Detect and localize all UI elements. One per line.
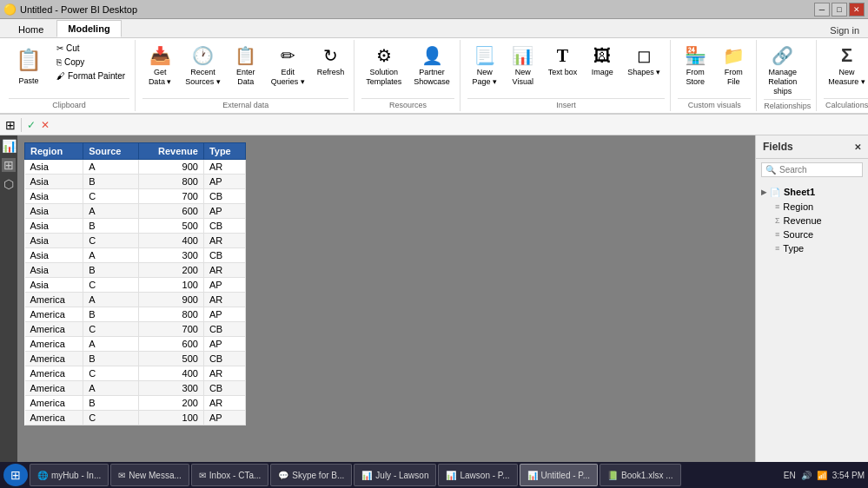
table-cell[interactable]: America [25, 352, 83, 366]
table-cell[interactable]: AP [203, 278, 245, 293]
table-cell[interactable]: AP [203, 204, 245, 219]
field-source[interactable]: ≡ Source [761, 228, 863, 241]
col-header-source[interactable]: Source [83, 143, 139, 160]
table-cell[interactable]: 900 [139, 293, 204, 307]
maximize-button[interactable]: □ [832, 3, 847, 16]
table-cell[interactable]: Asia [25, 234, 83, 248]
data-view-icon[interactable]: ⊞ [2, 158, 16, 172]
table-cell[interactable]: AP [203, 307, 245, 322]
col-header-revenue[interactable]: Revenue [139, 143, 204, 160]
table-cell[interactable]: America [25, 307, 83, 322]
table-cell[interactable]: CB [203, 189, 245, 204]
table-cell[interactable]: 400 [139, 234, 204, 248]
table-cell[interactable]: B [83, 175, 139, 189]
table-cell[interactable]: America [25, 396, 83, 411]
table-cell[interactable]: Asia [25, 263, 83, 278]
col-header-type[interactable]: Type [203, 143, 245, 160]
minimize-button[interactable]: ─ [814, 3, 830, 16]
field-revenue[interactable]: Σ Revenue [761, 214, 863, 228]
table-cell[interactable]: AR [203, 234, 245, 248]
table-cell[interactable]: Asia [25, 189, 83, 204]
table-cell[interactable]: AR [203, 263, 245, 278]
refresh-button[interactable]: ↻ Refresh [313, 42, 349, 81]
table-cell[interactable]: 600 [139, 337, 204, 352]
text-box-button[interactable]: T Text box [544, 42, 582, 81]
table-cell[interactable]: B [83, 307, 139, 322]
from-file-button[interactable]: 📁 FromFile [716, 42, 751, 90]
enter-data-button[interactable]: 📋 EnterData [229, 42, 263, 90]
table-cell[interactable]: America [25, 411, 83, 425]
table-cell[interactable]: A [83, 381, 139, 396]
table-cell[interactable]: America [25, 337, 83, 352]
solution-templates-button[interactable]: ⚙ SolutionTemplates [361, 42, 406, 90]
tab-home[interactable]: Home [7, 21, 55, 37]
table-cell[interactable]: C [83, 234, 139, 248]
table-cell[interactable]: America [25, 293, 83, 307]
table-cell[interactable]: AP [203, 175, 245, 189]
table-cell[interactable]: B [83, 263, 139, 278]
table-cell[interactable]: America [25, 381, 83, 396]
x-icon[interactable]: ✕ [41, 119, 50, 131]
cut-button[interactable]: ✂ Cut [52, 42, 129, 55]
table-cell[interactable]: B [83, 219, 139, 234]
table-cell[interactable]: C [83, 278, 139, 293]
fields-search-input[interactable] [779, 165, 849, 175]
table-view-icon[interactable]: ⊞ [5, 118, 16, 132]
fields-close-icon[interactable]: ✕ [854, 142, 861, 152]
new-visual-button[interactable]: 📊 NewVisual [506, 42, 540, 90]
table-cell[interactable]: 500 [139, 352, 204, 366]
table-cell[interactable]: A [83, 160, 139, 175]
table-cell[interactable]: Asia [25, 248, 83, 263]
shapes-button[interactable]: ◻ Shapes ▾ [623, 42, 665, 81]
table-cell[interactable]: 200 [139, 396, 204, 411]
field-region[interactable]: ≡ Region [761, 200, 863, 214]
table-cell[interactable]: America [25, 366, 83, 381]
taskbar-lawson-p[interactable]: 📊 Lawson - P... [438, 464, 517, 486]
image-button[interactable]: 🖼 Image [585, 42, 620, 81]
table-cell[interactable]: 800 [139, 175, 204, 189]
table-cell[interactable]: Asia [25, 160, 83, 175]
table-cell[interactable]: CB [203, 381, 245, 396]
table-cell[interactable]: AR [203, 160, 245, 175]
table-cell[interactable]: A [83, 204, 139, 219]
recent-sources-button[interactable]: 🕐 RecentSources ▾ [181, 42, 225, 90]
manage-relationships-button[interactable]: 🔗 ManageRelationships [764, 42, 801, 99]
taskbar-july-lawson[interactable]: 📊 July - Lawson [354, 464, 436, 486]
table-cell[interactable]: Asia [25, 204, 83, 219]
table-cell[interactable]: A [83, 248, 139, 263]
table-cell[interactable]: AR [203, 396, 245, 411]
table-cell[interactable]: America [25, 322, 83, 337]
table-cell[interactable]: A [83, 337, 139, 352]
field-type[interactable]: ≡ Type [761, 241, 863, 255]
table-cell[interactable]: AP [203, 337, 245, 352]
col-header-region[interactable]: Region [25, 143, 83, 160]
paste-button[interactable]: 📋 Paste [9, 42, 49, 90]
table-cell[interactable]: Asia [25, 175, 83, 189]
table-cell[interactable]: CB [203, 248, 245, 263]
close-button[interactable]: ✕ [849, 3, 865, 16]
table-cell[interactable]: CB [203, 219, 245, 234]
taskbar-book1[interactable]: 📗 Book1.xlsx ... [600, 464, 680, 486]
sheet1-item[interactable]: ▶ 📄 Sheet1 [761, 184, 863, 200]
table-cell[interactable]: 700 [139, 189, 204, 204]
table-cell[interactable]: 500 [139, 219, 204, 234]
table-cell[interactable]: AR [203, 293, 245, 307]
new-measure-button[interactable]: Σ NewMeasure ▾ [824, 42, 868, 90]
taskbar-inbox[interactable]: ✉ Inbox - CTa... [191, 464, 268, 486]
table-cell[interactable]: AR [203, 366, 245, 381]
table-cell[interactable]: C [83, 189, 139, 204]
table-cell[interactable]: C [83, 322, 139, 337]
volume-icon[interactable]: 🔊 [801, 471, 812, 480]
new-page-button[interactable]: 📃 NewPage ▾ [467, 42, 502, 90]
network-icon[interactable]: 📶 [817, 471, 827, 480]
table-cell[interactable]: 300 [139, 248, 204, 263]
from-store-button[interactable]: 🏪 FromStore [678, 42, 712, 90]
table-cell[interactable]: Asia [25, 219, 83, 234]
table-cell[interactable]: CB [203, 322, 245, 337]
table-cell[interactable]: C [83, 411, 139, 425]
table-cell[interactable]: 600 [139, 204, 204, 219]
table-cell[interactable]: A [83, 293, 139, 307]
edit-queries-button[interactable]: ✏ EditQueries ▾ [267, 42, 309, 90]
table-cell[interactable]: 200 [139, 263, 204, 278]
taskbar-new-message[interactable]: ✉ New Messa... [110, 464, 189, 486]
